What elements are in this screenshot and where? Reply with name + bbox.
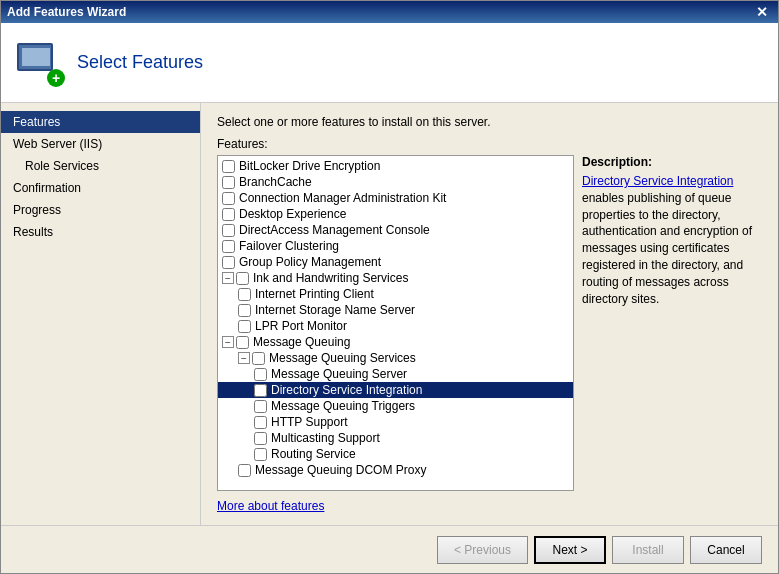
list-item: Group Policy Management: [218, 254, 573, 270]
list-item: BitLocker Drive Encryption: [218, 158, 573, 174]
mqs-checkbox[interactable]: [252, 352, 265, 365]
footer: < Previous Next > Install Cancel: [1, 525, 778, 573]
description-text: Directory Service Integration enables pu…: [582, 173, 762, 307]
header-area: + Select Features: [1, 23, 778, 103]
mq-dcom-checkbox[interactable]: [238, 464, 251, 477]
list-item: Routing Service: [218, 446, 573, 462]
list-item: Message Queuing Server: [218, 366, 573, 382]
directaccess-checkbox[interactable]: [222, 224, 235, 237]
description-body: enables publishing of queue properties t…: [582, 191, 752, 306]
sidebar-item-confirmation[interactable]: Confirmation: [1, 177, 200, 199]
sidebar-item-progress[interactable]: Progress: [1, 199, 200, 221]
instruction-text: Select one or more features to install o…: [217, 115, 762, 129]
list-item-selected[interactable]: Directory Service Integration: [218, 382, 573, 398]
expand-ink-btn[interactable]: −: [222, 272, 234, 284]
content-area: Features Web Server (IIS) Role Services …: [1, 103, 778, 525]
feature-label: Multicasting Support: [271, 431, 380, 445]
feature-label: Message Queuing Triggers: [271, 399, 415, 413]
list-item: Failover Clustering: [218, 238, 573, 254]
plus-icon: +: [47, 69, 65, 87]
main-content: Select one or more features to install o…: [201, 103, 778, 525]
routing-svc-checkbox[interactable]: [254, 448, 267, 461]
wizard-window: Add Features Wizard ✕ + Select Features …: [0, 0, 779, 574]
features-panel: BitLocker Drive Encryption BranchCache C…: [217, 155, 762, 491]
feature-label: Routing Service: [271, 447, 356, 461]
description-panel: Description: Directory Service Integrati…: [582, 155, 762, 491]
feature-label: DirectAccess Management Console: [239, 223, 430, 237]
more-about-section: More about features: [217, 499, 762, 513]
feature-label: Desktop Experience: [239, 207, 346, 221]
sidebar-item-features[interactable]: Features: [1, 111, 200, 133]
list-item: DirectAccess Management Console: [218, 222, 573, 238]
list-item: Desktop Experience: [218, 206, 573, 222]
more-about-link[interactable]: More about features: [217, 499, 324, 513]
header-icon: +: [17, 39, 65, 87]
list-item: Connection Manager Administration Kit: [218, 190, 573, 206]
lpr-checkbox[interactable]: [238, 320, 251, 333]
window-title: Add Features Wizard: [7, 5, 126, 19]
monitor-icon: [17, 43, 53, 71]
feature-label: Internet Printing Client: [255, 287, 374, 301]
sidebar-item-web-server[interactable]: Web Server (IIS): [1, 133, 200, 155]
next-button[interactable]: Next >: [534, 536, 606, 564]
feature-label: LPR Port Monitor: [255, 319, 347, 333]
group-policy-checkbox[interactable]: [222, 256, 235, 269]
desktop-exp-checkbox[interactable]: [222, 208, 235, 221]
previous-button[interactable]: < Previous: [437, 536, 528, 564]
mq-checkbox[interactable]: [236, 336, 249, 349]
close-button[interactable]: ✕: [752, 5, 772, 19]
feature-label: BitLocker Drive Encryption: [239, 159, 380, 173]
multicasting-checkbox[interactable]: [254, 432, 267, 445]
title-bar: Add Features Wizard ✕: [1, 1, 778, 23]
list-item: BranchCache: [218, 174, 573, 190]
feature-label: Ink and Handwriting Services: [253, 271, 408, 285]
sidebar: Features Web Server (IIS) Role Services …: [1, 103, 201, 525]
http-support-checkbox[interactable]: [254, 416, 267, 429]
description-link[interactable]: Directory Service Integration: [582, 174, 733, 188]
list-item: Internet Printing Client: [218, 286, 573, 302]
features-list-container[interactable]: BitLocker Drive Encryption BranchCache C…: [217, 155, 574, 491]
failover-checkbox[interactable]: [222, 240, 235, 253]
feature-label: Failover Clustering: [239, 239, 339, 253]
feature-label: Message Queuing Services: [269, 351, 416, 365]
features-label: Features:: [217, 137, 762, 151]
cancel-button[interactable]: Cancel: [690, 536, 762, 564]
list-item: HTTP Support: [218, 414, 573, 430]
feature-label: Message Queuing Server: [271, 367, 407, 381]
feature-label: Message Queuing DCOM Proxy: [255, 463, 426, 477]
expand-mq-btn[interactable]: −: [222, 336, 234, 348]
mq-server-checkbox[interactable]: [254, 368, 267, 381]
mq-triggers-checkbox[interactable]: [254, 400, 267, 413]
sidebar-item-results[interactable]: Results: [1, 221, 200, 243]
header-title: Select Features: [77, 52, 203, 73]
list-item: − Message Queuing: [218, 334, 573, 350]
feature-label: Message Queuing: [253, 335, 350, 349]
sidebar-item-role-services[interactable]: Role Services: [1, 155, 200, 177]
feature-label: BranchCache: [239, 175, 312, 189]
feature-label: HTTP Support: [271, 415, 347, 429]
branchcache-checkbox[interactable]: [222, 176, 235, 189]
features-list: BitLocker Drive Encryption BranchCache C…: [218, 156, 573, 480]
expand-mqs-btn[interactable]: −: [238, 352, 250, 364]
ink-checkbox[interactable]: [236, 272, 249, 285]
list-item: − Ink and Handwriting Services: [218, 270, 573, 286]
feature-label: Connection Manager Administration Kit: [239, 191, 446, 205]
internet-printing-checkbox[interactable]: [238, 288, 251, 301]
list-item: Internet Storage Name Server: [218, 302, 573, 318]
feature-label: Group Policy Management: [239, 255, 381, 269]
bitlocker-checkbox[interactable]: [222, 160, 235, 173]
feature-label: Internet Storage Name Server: [255, 303, 415, 317]
list-item: LPR Port Monitor: [218, 318, 573, 334]
dir-svc-checkbox[interactable]: [254, 384, 267, 397]
list-item: − Message Queuing Services: [218, 350, 573, 366]
install-button[interactable]: Install: [612, 536, 684, 564]
list-item: Message Queuing DCOM Proxy: [218, 462, 573, 478]
feature-label: Directory Service Integration: [271, 383, 422, 397]
connection-mgr-checkbox[interactable]: [222, 192, 235, 205]
internet-storage-checkbox[interactable]: [238, 304, 251, 317]
list-item: Multicasting Support: [218, 430, 573, 446]
description-label: Description:: [582, 155, 762, 169]
list-item: Message Queuing Triggers: [218, 398, 573, 414]
